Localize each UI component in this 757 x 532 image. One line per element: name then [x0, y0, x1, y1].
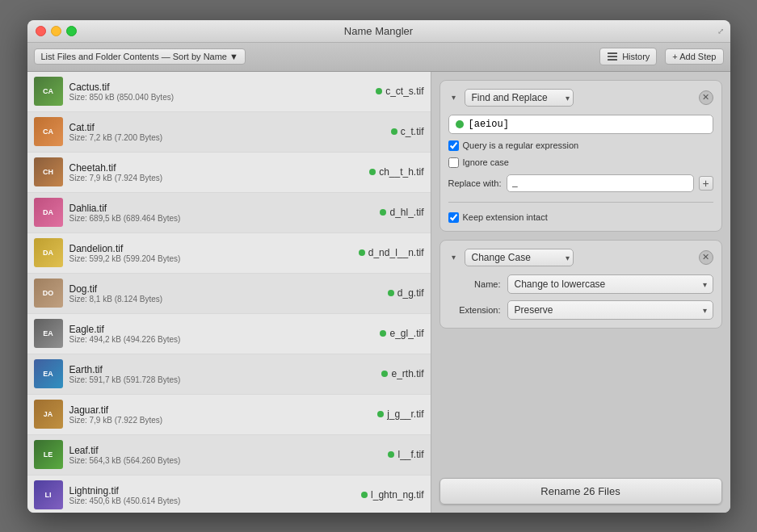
change-case-collapse-button[interactable]: ▾ — [448, 252, 460, 263]
file-thumbnail: DA — [34, 198, 63, 227]
add-step-button[interactable]: + Add Step — [665, 48, 723, 65]
divider-bar — [448, 202, 713, 203]
list-item: LILightning.tifSize: 450,6 kB (450.614 B… — [27, 475, 431, 513]
file-info: Jaguar.tifSize: 7,9 kB (7.922 Bytes) — [69, 404, 372, 425]
find-replace-type-wrapper: Find and ReplaceChange CaseAdd CounterDa… — [465, 89, 574, 107]
result-name: l__f.tif — [397, 449, 423, 460]
title-bar: Name Mangler ⤢ — [27, 20, 730, 43]
file-thumbnail: DA — [34, 238, 63, 267]
result-status-dot — [388, 290, 394, 296]
search-input[interactable] — [469, 119, 706, 130]
file-sort-button[interactable]: List Files and Folder Contents — Sort by… — [34, 48, 246, 65]
replace-input[interactable] — [512, 178, 688, 189]
result-status-dot — [369, 169, 376, 175]
file-thumbnail: JA — [34, 400, 63, 429]
file-thumbnail: LI — [34, 480, 63, 509]
list-item: CHCheetah.tifSize: 7,9 kB (7.924 Bytes)c… — [27, 153, 431, 193]
change-case-close-button[interactable]: ✕ — [699, 250, 713, 265]
find-replace-close-button[interactable]: ✕ — [699, 90, 713, 105]
file-result: d_nd_l__n.tif — [359, 247, 424, 258]
result-name: ch__t_h.tif — [379, 166, 423, 178]
search-input-wrapper — [448, 115, 713, 134]
file-size: Size: 599,2 kB (599.204 Bytes) — [69, 254, 352, 263]
file-result: j_g__r.tif — [377, 408, 423, 420]
file-result: l__f.tif — [388, 449, 423, 460]
result-status-dot — [391, 128, 397, 135]
history-button[interactable]: History — [599, 48, 657, 65]
history-label: History — [622, 52, 650, 61]
replace-input-wrapper — [507, 174, 694, 192]
window-title: Name Mangler — [344, 25, 413, 37]
result-status-dot — [359, 249, 365, 256]
find-replace-content: Query is a regular expression Ignore cas… — [448, 115, 713, 223]
name-select[interactable]: Change to lowercaseChange to uppercaseCa… — [507, 274, 713, 294]
file-size: Size: 7,9 kB (7.924 Bytes) — [69, 174, 364, 182]
result-name: d_nd_l__n.tif — [368, 247, 424, 258]
file-thumbnail: LE — [34, 440, 63, 469]
extension-select-wrapper: PreserveChange to lowercaseChange to upp… — [507, 300, 713, 320]
file-result: l_ghtn_ng.tif — [361, 489, 423, 501]
file-list: CACactus.tifSize: 850 kB (850.040 Bytes)… — [27, 72, 431, 513]
file-name: Cat.tif — [69, 122, 385, 133]
name-select-wrapper: Change to lowercaseChange to uppercaseCa… — [507, 274, 713, 294]
keep-ext-label: Keep extension intact — [463, 212, 548, 222]
result-status-dot — [380, 330, 386, 337]
file-info: Dahlia.tifSize: 689,5 kB (689.464 Bytes) — [69, 203, 374, 223]
file-result: c_t.tif — [391, 126, 424, 137]
list-item: LELeaf.tifSize: 564,3 kB (564.260 Bytes)… — [27, 435, 431, 475]
change-case-content: Name: Change to lowercaseChange to upper… — [448, 274, 713, 320]
query-regex-label: Query is a regular expression — [463, 140, 579, 150]
file-thumbnail: EA — [34, 319, 63, 348]
replace-add-button[interactable]: + — [699, 176, 713, 191]
rename-label: Rename 26 Files — [540, 485, 620, 497]
result-status-dot — [381, 371, 388, 377]
file-info: Leaf.tifSize: 564,3 kB (564.260 Bytes) — [69, 445, 382, 465]
rename-button[interactable]: Rename 26 Files — [439, 478, 722, 505]
result-name: c_t.tif — [401, 126, 424, 137]
file-info: Dandelion.tifSize: 599,2 kB (599.204 Byt… — [69, 243, 352, 263]
change-case-type-select[interactable]: Find and ReplaceChange CaseAdd CounterDa… — [465, 249, 574, 266]
file-thumbnail: EA — [34, 359, 63, 388]
file-result: e_rth.tif — [381, 368, 423, 379]
query-regex-checkbox[interactable] — [448, 140, 459, 151]
find-replace-type-select[interactable]: Find and ReplaceChange CaseAdd CounterDa… — [465, 89, 574, 107]
file-name: Lightning.tif — [69, 485, 355, 496]
file-name: Dahlia.tif — [69, 203, 374, 214]
close-button[interactable] — [36, 26, 46, 36]
file-info: Eagle.tifSize: 494,2 kB (494.226 Bytes) — [69, 324, 374, 344]
find-replace-card: ▾ Find and ReplaceChange CaseAdd Counter… — [439, 80, 722, 232]
toolbar-right: History + Add Step — [599, 48, 723, 65]
svg-rect-1 — [608, 56, 617, 57]
file-size: Size: 564,3 kB (564.260 Bytes) — [69, 456, 382, 465]
file-info: Cat.tifSize: 7,2 kB (7.200 Bytes) — [69, 122, 385, 142]
find-replace-collapse-button[interactable]: ▾ — [448, 92, 460, 103]
maximize-button[interactable] — [66, 26, 77, 36]
file-result: ch__t_h.tif — [369, 166, 423, 178]
toolbar-left: List Files and Folder Contents — Sort by… — [34, 48, 600, 65]
file-info: Lightning.tifSize: 450,6 kB (450.614 Byt… — [69, 485, 355, 505]
file-result: e_gl_.tif — [380, 328, 423, 339]
change-case-type-wrapper: Find and ReplaceChange CaseAdd CounterDa… — [465, 249, 574, 266]
query-regex-row: Query is a regular expression — [448, 140, 713, 151]
name-field-row: Name: Change to lowercaseChange to upper… — [448, 274, 713, 294]
file-size: Size: 494,2 kB (494.226 Bytes) — [69, 335, 374, 344]
result-name: e_rth.tif — [391, 368, 423, 379]
replace-label: Replace with: — [448, 178, 502, 188]
toolbar: List Files and Folder Contents — Sort by… — [27, 43, 730, 72]
minimize-button[interactable] — [51, 26, 61, 36]
result-status-dot — [388, 451, 394, 458]
change-case-card: ▾ Find and ReplaceChange CaseAdd Counter… — [439, 240, 722, 329]
add-step-label: + Add Step — [672, 52, 716, 61]
search-status-dot — [456, 120, 464, 128]
main-window: Name Mangler ⤢ List Files and Folder Con… — [27, 20, 730, 513]
list-item: DADahlia.tifSize: 689,5 kB (689.464 Byte… — [27, 193, 431, 233]
file-name: Cactus.tif — [69, 82, 370, 93]
keep-ext-checkbox[interactable] — [448, 212, 459, 223]
extension-select[interactable]: PreserveChange to lowercaseChange to upp… — [507, 300, 713, 320]
file-info: Dog.tifSize: 8,1 kB (8.124 Bytes) — [69, 283, 381, 304]
file-thumbnail: CA — [34, 77, 63, 106]
history-icon — [607, 51, 618, 62]
keep-ext-row: Keep extension intact — [448, 212, 713, 223]
ignore-case-checkbox[interactable] — [448, 157, 459, 168]
resize-icon: ⤢ — [717, 27, 724, 36]
